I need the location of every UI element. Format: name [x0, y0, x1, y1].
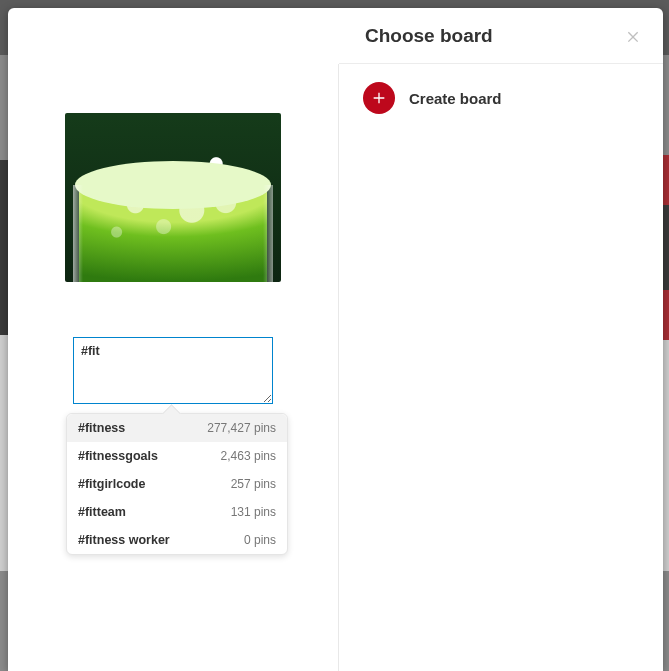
- hashtag-suggestion-count: 0 pins: [244, 533, 276, 547]
- hashtag-suggestion-tag: #fitness worker: [78, 533, 170, 547]
- hashtag-suggestion-tag: #fitgirlcode: [78, 477, 145, 491]
- hashtag-suggestion-count: 2,463 pins: [221, 449, 276, 463]
- board-picker-header: Choose board: [339, 8, 663, 64]
- hashtag-suggestion-tag: #fitteam: [78, 505, 126, 519]
- hashtag-suggestion-count: 131 pins: [231, 505, 276, 519]
- close-button[interactable]: [623, 26, 643, 46]
- choose-board-title: Choose board: [365, 25, 493, 47]
- plus-icon: [363, 82, 395, 114]
- hashtag-suggestion[interactable]: #fitness worker0 pins: [67, 526, 287, 554]
- hashtag-suggestion[interactable]: #fitgirlcode257 pins: [67, 470, 287, 498]
- hashtag-suggestion-tag: #fitnessgoals: [78, 449, 158, 463]
- save-pin-modal: #fitness277,427 pins#fitnessgoals2,463 p…: [8, 8, 663, 671]
- create-board-label: Create board: [409, 90, 502, 107]
- hashtag-suggestion-tag: #fitness: [78, 421, 125, 435]
- hashtag-suggestion-count: 277,427 pins: [207, 421, 276, 435]
- close-icon: [625, 28, 641, 44]
- hashtag-suggestion-count: 257 pins: [231, 477, 276, 491]
- hashtag-suggestion[interactable]: #fitnessgoals2,463 pins: [67, 442, 287, 470]
- pin-image-preview: [65, 113, 281, 282]
- description-input[interactable]: [73, 337, 273, 404]
- hashtag-suggestion-popover: #fitness277,427 pins#fitnessgoals2,463 p…: [66, 413, 288, 555]
- description-area: #fitness277,427 pins#fitnessgoals2,463 p…: [73, 337, 273, 408]
- hashtag-suggestion[interactable]: #fitness277,427 pins: [67, 414, 287, 442]
- hashtag-suggestion[interactable]: #fitteam131 pins: [67, 498, 287, 526]
- create-board-button[interactable]: Create board: [339, 64, 663, 132]
- board-picker-pane: Choose board Create board: [339, 8, 663, 671]
- pin-preview-pane: #fitness277,427 pins#fitnessgoals2,463 p…: [8, 8, 338, 671]
